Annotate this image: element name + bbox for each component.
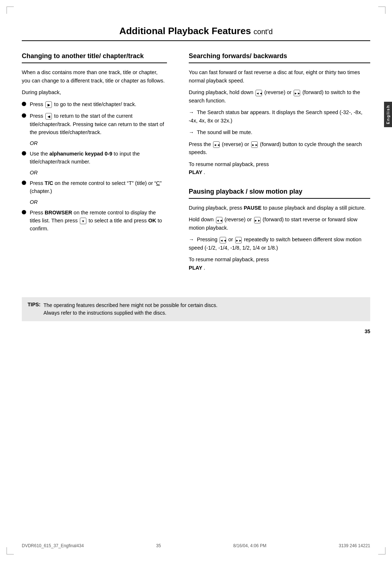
left-section-title: Changing to another title/ chapter/track (22, 52, 167, 63)
page-title: Additional Playback Features cont'd (22, 25, 370, 41)
bullet-dot (22, 181, 26, 185)
bullet5-text: Press BROWSER on the remote control to d… (30, 209, 167, 233)
tips-label: TIPS: (28, 302, 41, 307)
tips-content: The operating features described here mi… (44, 302, 217, 317)
main-content: Additional Playback Features cont'd Chan… (0, 11, 392, 290)
bullet2-text: Press ◀ to return to the start of the cu… (30, 112, 167, 136)
or-text-1: OR (30, 140, 167, 146)
footer-left: DVDR610_615_37_Engfinal434 (22, 543, 84, 548)
fwd-btn-icon: ►► (251, 141, 258, 148)
tips-line2: Always refer to the instructions supplie… (44, 310, 167, 316)
list-item: Press ▶ to go to the next title/chapter/… (22, 100, 167, 108)
list-item: Press ◀ to return to the start of the cu… (22, 112, 167, 136)
prev-btn-icon: ◀ (45, 113, 52, 120)
pausing-section: Pausing playback / slow motion play Duri… (189, 187, 370, 272)
tips-box: TIPS: The operating features described h… (22, 297, 370, 321)
page-footer: DVDR610_615_37_Engfinal434 35 8/16/04, 4… (0, 543, 392, 548)
page-wrapper: English Additional Playback Features con… (0, 0, 392, 561)
search-body3: Press the ◄◄ (reverse) or ►► (forward) b… (189, 140, 370, 157)
or-text-3: OR (30, 199, 167, 205)
tips-line1: The operating features described here mi… (44, 302, 217, 308)
list-item: Use the alphanumeric keypad 0-9 to input… (22, 150, 167, 166)
pause-body2: Hold down ◄◄ (reverse) or ►► (forward) t… (189, 215, 370, 232)
search-section-title: Searching forwards/ backwards (189, 52, 370, 63)
pause-body1: During playback, press PAUSE to pause pl… (189, 204, 370, 212)
play-label-1: PLAY (189, 169, 202, 175)
left-column: Changing to another title/ chapter/track… (22, 52, 174, 237)
list-item: Press T/C on the remote control to selec… (22, 179, 167, 195)
bullet-list-3: Press T/C on the remote control to selec… (22, 179, 167, 195)
footer-date: 8/16/04, 4:06 PM (233, 543, 266, 548)
side-tab-label: English (386, 105, 390, 124)
fwd2-btn-icon: ►► (254, 217, 261, 223)
bullet-dot (22, 113, 26, 118)
bullet-list: Press ▶ to go to the next title/chapter/… (22, 100, 167, 137)
page-number-display: 35 (22, 328, 370, 334)
english-side-tab: English (384, 102, 392, 127)
bullet3-text: Use the alphanumeric keypad 0-9 to input… (30, 150, 167, 166)
rev2-btn-icon: ◄◄ (216, 217, 222, 223)
pause-tip1: → Pressing ◄◄ or ►► repeatedly to switch… (189, 235, 370, 252)
search-tip2: → The sound will be mute. (189, 128, 370, 136)
footer-center: 35 (156, 543, 161, 548)
pause-section-title: Pausing playback / slow motion play (189, 187, 370, 199)
bullet-list-2: Use the alphanumeric keypad 0-9 to input… (22, 150, 167, 166)
rev3-btn-icon: ◄◄ (220, 237, 226, 243)
footer-right: 3139 246 14221 (339, 543, 370, 548)
or-text-2: OR (30, 170, 167, 175)
during-playback-label: During playback, (22, 88, 167, 96)
search-body2: During playback, hold down ◄◄ (reverse) … (189, 88, 370, 105)
forward-btn-icon: ►► (294, 90, 300, 96)
bullet-dot (22, 210, 26, 214)
corner-tl (7, 7, 14, 14)
bullet1-text: Press ▶ to go to the next title/chapter/… (30, 100, 136, 108)
search-body1: You can fast forward or fast reverse a d… (189, 68, 370, 85)
corner-bl (7, 547, 14, 554)
fwd3-btn-icon: ►► (235, 237, 242, 243)
select-btn-icon: ▼ (80, 218, 86, 224)
bullet-list-4: Press BROWSER on the remote control to d… (22, 209, 167, 233)
search-resume: To resume normal playback, press PLAY . (189, 160, 370, 177)
two-column-layout: Changing to another title/ chapter/track… (22, 52, 370, 275)
bullet-dot (22, 151, 26, 156)
corner-tr (378, 7, 385, 14)
pause-resume: To resume normal playback, press PLAY . (189, 255, 370, 272)
corner-br (378, 547, 385, 554)
next-btn-icon: ▶ (45, 101, 52, 108)
list-item: Press BROWSER on the remote control to d… (22, 209, 167, 233)
searching-section: Searching forwards/ backwards You can fa… (189, 52, 370, 177)
right-column: Searching forwards/ backwards You can fa… (189, 52, 370, 275)
play-label-2: PLAY (189, 265, 202, 271)
bullet4-text: Press T/C on the remote control to selec… (30, 179, 167, 195)
bullet-dot (22, 102, 26, 106)
reverse-btn-icon: ◄◄ (256, 90, 262, 96)
rev-btn-icon: ◄◄ (213, 141, 220, 148)
left-intro: When a disc contains more than one track… (22, 68, 167, 85)
search-tip1: → The Search status bar appears. It disp… (189, 108, 370, 125)
